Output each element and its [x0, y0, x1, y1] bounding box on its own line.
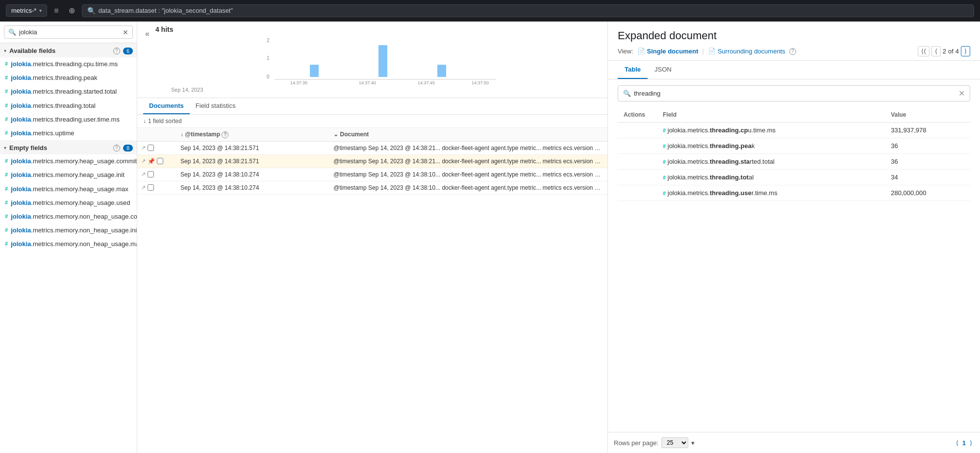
expand-icon[interactable]: ↗	[141, 171, 146, 177]
tab-table[interactable]: Table	[618, 61, 648, 79]
prev-page-button[interactable]: ⟨	[931, 46, 941, 56]
field-type-icon: #	[5, 75, 8, 80]
add-button[interactable]: ⊕	[66, 4, 78, 17]
sidebar: 🔍 ✕ ▾ Available fields ? 6 # jolokia.met…	[0, 22, 137, 453]
row-timestamp: Sep 14, 2023 @ 14:38:10.274	[176, 168, 329, 181]
doc-row-actions	[618, 170, 657, 185]
field-name: jolokia.metrics.memory.heap_usage.max	[11, 185, 128, 194]
empty-field-item[interactable]: # jolokia.metrics.memory.heap_usage.max	[0, 182, 137, 196]
empty-field-item[interactable]: # jolokia.metrics.memory.non_heap_usage.…	[0, 237, 137, 251]
field-name: jolokia.metrics.memory.non_heap_usage.in…	[11, 226, 137, 235]
available-field-item[interactable]: # jolokia.metrics.threading.peak	[0, 71, 137, 85]
collapse-sidebar-button[interactable]: «	[143, 27, 151, 40]
surrounding-documents-link[interactable]: 📄 Surrounding documents	[708, 48, 785, 55]
svg-text:14:37:40: 14:37:40	[359, 80, 376, 84]
available-field-item[interactable]: # jolokia.metrics.threading.user.time.ms	[0, 113, 137, 126]
field-type-icon: #	[5, 61, 8, 67]
table-row: ↗ Sep 14, 2023 @ 14:38:10.274 @timestamp…	[137, 181, 607, 194]
doc-row-field: # jolokia.metrics.threading.total	[657, 170, 885, 185]
timestamp-sort-icon: ↓	[180, 131, 183, 138]
sidebar-search-inner[interactable]: 🔍 ✕	[4, 25, 133, 39]
svg-rect-5	[437, 65, 446, 77]
tab-field-statistics[interactable]: Field statistics	[190, 98, 242, 114]
row-checkbox[interactable]	[148, 171, 154, 177]
svg-text:14:37:35: 14:37:35	[290, 80, 307, 84]
doc-table-field-header: Field	[657, 107, 885, 123]
page-number: 1	[962, 439, 966, 447]
empty-fields-info-icon[interactable]: ?	[113, 145, 120, 151]
field-search-clear-button[interactable]: ✕	[958, 89, 965, 98]
row-document: @timestamp Sep 14, 2023 @ 14:38:21... do…	[329, 141, 607, 154]
field-search-input[interactable]	[634, 90, 955, 97]
col-document: ⌄ Document	[329, 128, 607, 141]
row-actions: ↗	[137, 141, 176, 154]
sort-icon: ↓	[143, 118, 146, 125]
page-prev-button[interactable]: ⟨	[954, 438, 960, 448]
view-separator: |	[702, 48, 704, 55]
field-name: jolokia.metrics.threading.started.total	[11, 87, 117, 96]
first-page-button[interactable]: ⟨⟨	[918, 46, 930, 56]
sort-label: 1 field sorted	[148, 118, 182, 125]
surrounding-docs-help-icon[interactable]: ?	[789, 48, 796, 55]
field-type-icon: #	[5, 116, 8, 122]
filter-button[interactable]: ≡	[51, 4, 61, 17]
next-page-button[interactable]: ⟩	[961, 46, 970, 56]
nav-controls: ⟨⟨ ⟨ 2 of 4 ⟩	[918, 46, 970, 56]
expand-icon[interactable]: ↗	[141, 145, 146, 151]
table-row: ↗ Sep 14, 2023 @ 14:38:21.571 @timestamp…	[137, 141, 607, 154]
metrics-selector[interactable]: metrics-* ▾	[6, 4, 47, 17]
sort-bar: ↓ 1 field sorted	[137, 115, 607, 128]
svg-text:1: 1	[267, 55, 270, 61]
expand-icon[interactable]: ↗	[141, 158, 146, 164]
field-name: jolokia.metrics.memory.heap_usage.used	[11, 199, 130, 207]
svg-rect-4	[378, 45, 387, 77]
empty-field-item[interactable]: # jolokia.metrics.memory.heap_usage.comm…	[0, 154, 137, 168]
main-layout: 🔍 ✕ ▾ Available fields ? 6 # jolokia.met…	[0, 22, 980, 453]
row-checkbox[interactable]	[148, 145, 154, 151]
doc-table-row: # jolokia.metrics.threading.started.tota…	[618, 154, 970, 170]
pin-icon[interactable]: 📌	[148, 158, 155, 165]
available-fields-header[interactable]: ▾ Available fields ? 6	[0, 43, 137, 57]
single-document-link[interactable]: 📄 Single document	[637, 48, 699, 55]
row-checkbox[interactable]	[157, 158, 163, 164]
field-type-icon: #	[5, 213, 8, 219]
empty-field-item[interactable]: # jolokia.metrics.memory.heap_usage.used	[0, 196, 137, 210]
col-timestamp[interactable]: ↓ @timestamp ?	[176, 128, 329, 141]
right-panel-header: Expanded document View: 📄 Single documen…	[608, 22, 980, 61]
single-doc-label: Single document	[647, 48, 699, 55]
doc-table-row: # jolokia.metrics.threading.user.time.ms…	[618, 185, 970, 201]
available-field-item[interactable]: # jolokia.metrics.threading.cpu.time.ms	[0, 57, 137, 71]
tab-documents[interactable]: Documents	[143, 98, 190, 114]
available-field-item[interactable]: # jolokia.metrics.threading.started.tota…	[0, 85, 137, 99]
field-search-bar[interactable]: 🔍 ✕	[618, 85, 970, 101]
available-field-item[interactable]: # jolokia.metrics.uptime	[0, 126, 137, 140]
field-name: jolokia.metrics.threading.user.time.ms	[11, 115, 120, 124]
query-text: data_stream.dataset : "jolokia_second_da…	[99, 7, 233, 14]
expand-icon[interactable]: ↗	[141, 184, 146, 191]
field-type-icon: #	[5, 241, 8, 247]
sidebar-search-input[interactable]	[19, 28, 120, 36]
field-name: jolokia.metrics.threading.total	[11, 101, 96, 110]
row-checkbox[interactable]	[148, 184, 154, 191]
available-field-item[interactable]: # jolokia.metrics.threading.total	[0, 99, 137, 113]
tab-json[interactable]: JSON	[648, 61, 678, 79]
surrounding-doc-icon: 📄	[708, 48, 716, 55]
empty-field-item[interactable]: # jolokia.metrics.memory.non_heap_usage.…	[0, 210, 137, 224]
rows-per-page-dropdown-icon: ▾	[691, 439, 695, 447]
right-panel: Expanded document View: 📄 Single documen…	[607, 22, 980, 453]
empty-fields-header[interactable]: ▾ Empty fields ? 8	[0, 140, 137, 154]
empty-field-item[interactable]: # jolokia.metrics.memory.heap_usage.init	[0, 168, 137, 182]
timestamp-info-icon[interactable]: ?	[222, 131, 228, 138]
rows-per-page-select[interactable]: 25 50 100	[661, 437, 688, 448]
timestamp-header: @timestamp	[185, 131, 220, 138]
page-next-button[interactable]: ⟩	[968, 438, 974, 448]
empty-field-item[interactable]: # jolokia.metrics.memory.non_heap_usage.…	[0, 224, 137, 237]
field-type-icon: #	[5, 172, 8, 177]
sidebar-search-clear-button[interactable]: ✕	[123, 29, 128, 36]
field-name: jolokia.metrics.memory.non_heap_usage.co…	[11, 212, 137, 221]
svg-text:0: 0	[267, 74, 270, 79]
field-type-icon: #	[5, 88, 8, 94]
available-fields-info-icon[interactable]: ?	[113, 48, 120, 54]
query-search-bar[interactable]: 🔍 data_stream.dataset : "jolokia_second_…	[82, 4, 974, 17]
row-document: @timestamp Sep 14, 2023 @ 14:38:21... do…	[329, 154, 607, 168]
